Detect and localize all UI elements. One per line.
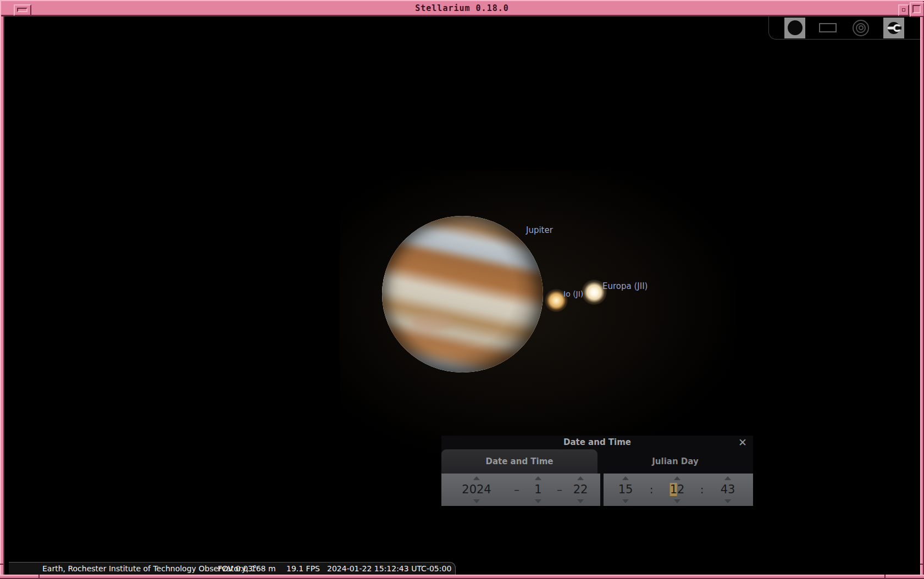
minute-digit-highlighted: 1 — [670, 483, 677, 496]
planet-jupiter[interactable] — [382, 216, 543, 372]
europa-label: Europa (JII) — [602, 281, 648, 291]
ocular-view-icon — [788, 20, 803, 35]
fps-status: 19.1 FPS — [286, 564, 320, 573]
wrench-icon — [886, 20, 902, 36]
close-icon[interactable]: ✕ — [737, 436, 749, 448]
frame-handle-notch — [38, 575, 40, 579]
window-title: Stellarium 0.18.0 — [0, 3, 924, 13]
date-spinner-panel: 2024 – 1 – 22 — [441, 474, 600, 506]
dialog-tabs: Date and Time Julian Day — [441, 449, 753, 474]
dialog-title: Date and Time — [441, 437, 753, 447]
window-titlebar[interactable]: Stellarium 0.18.0 — [0, 0, 924, 16]
ccd-sensor-button[interactable] — [817, 18, 838, 38]
minute-spinner[interactable]: 12 — [670, 474, 685, 506]
month-spinner[interactable]: 1 — [534, 474, 541, 506]
fov-status: FOV 0.03° — [218, 564, 257, 573]
frame-handle-notch — [0, 564, 4, 565]
date-time-dialog: Date and Time ✕ Date and Time Julian Day… — [441, 436, 753, 506]
time-separator: : — [700, 474, 704, 506]
maximize-button[interactable] — [910, 2, 924, 17]
frame-handle-notch — [884, 575, 886, 579]
window-frame-bottom[interactable] — [0, 575, 924, 579]
frame-handle-notch — [920, 564, 924, 565]
io-label: Io (JI) — [563, 290, 583, 298]
telrad-button[interactable] — [850, 18, 871, 38]
minute-digit: 2 — [677, 483, 684, 496]
maximize-icon — [912, 5, 921, 13]
date-separator: – — [557, 474, 562, 506]
ocular-view-button[interactable] — [784, 18, 805, 38]
year-spinner[interactable]: 2024 — [462, 474, 491, 506]
hour-spinner[interactable]: 15 — [618, 474, 633, 506]
window-frame-right[interactable] — [920, 16, 924, 579]
tab-julian-day[interactable]: Julian Day — [597, 449, 753, 474]
oculars-toolbar — [768, 16, 920, 40]
jupiter-label: Jupiter — [526, 225, 553, 235]
status-bar: Earth, Rochester Institute of Technology… — [9, 562, 456, 575]
iconify-icon — [902, 8, 905, 12]
time-separator: : — [650, 474, 654, 506]
window-frame-left[interactable] — [0, 16, 4, 579]
second-spinner[interactable]: 43 — [721, 474, 735, 506]
tab-date-and-time[interactable]: Date and Time — [441, 449, 597, 474]
window-menu-icon — [17, 8, 27, 12]
oculars-settings-button[interactable] — [883, 18, 904, 38]
sky-viewport[interactable]: Jupiter Io (JI) Europa (JII) — [4, 16, 920, 575]
ccd-sensor-frame-icon — [819, 23, 837, 32]
datetime-status[interactable]: 2024-01-22 15:12:43 UTC-05:00 — [327, 564, 451, 573]
day-spinner[interactable]: 22 — [573, 474, 588, 506]
jupiter-limb-shading — [382, 216, 543, 372]
telrad-sight-icon — [853, 20, 869, 36]
dialog-spinners: 2024 – 1 – 22 15 : 12 — [441, 474, 753, 506]
time-spinner-panel: 15 : 12 : 43 — [604, 474, 753, 506]
stellarium-window: Jupiter Io (JI) Europa (JII) — [0, 0, 924, 579]
window-menu-button[interactable] — [14, 4, 31, 16]
iconify-button[interactable] — [898, 4, 909, 16]
date-separator: – — [514, 474, 519, 506]
